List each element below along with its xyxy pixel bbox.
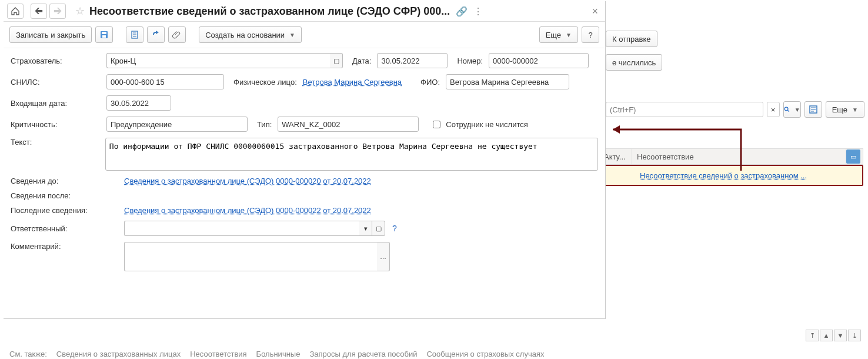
more-label: Еще xyxy=(546,31,561,39)
home-icon xyxy=(11,6,20,16)
snils-input[interactable] xyxy=(106,74,224,89)
snils-label: СНИЛС: xyxy=(11,78,102,87)
text-label: Текст: xyxy=(11,138,101,147)
comment-expand[interactable]: … xyxy=(377,242,390,271)
bg-table-header: Акту... Несоответствие ▭ xyxy=(599,148,863,165)
link-icon[interactable]: 🔗 xyxy=(456,5,468,17)
footer-link-3[interactable]: Запросы для расчета пособий xyxy=(309,350,417,358)
page-up[interactable]: ▲ xyxy=(820,330,833,341)
bg-not-listed-button[interactable]: е числились xyxy=(606,54,662,71)
home-button[interactable] xyxy=(7,4,24,19)
help-button[interactable]: ? xyxy=(582,26,599,43)
type-label: Тип: xyxy=(257,120,272,129)
titlebar: 🡰 🡲 ☆ Несоответствие сведений о застрахо… xyxy=(4,1,605,22)
svg-rect-8 xyxy=(102,35,106,38)
bg-report-button[interactable] xyxy=(804,101,822,118)
favorite-star-icon[interactable]: ☆ xyxy=(73,5,87,18)
create-based-button[interactable]: Создать на основании▼ xyxy=(199,26,302,43)
responsible-help-icon[interactable]: ? xyxy=(392,224,397,233)
bg-more-label: Еще xyxy=(832,105,847,114)
responsible-open[interactable]: ▢ xyxy=(372,221,385,236)
date-label: Дата: xyxy=(352,56,371,65)
save-close-button[interactable]: Записать и закрыть xyxy=(9,26,92,43)
criticality-label: Критичность: xyxy=(11,120,102,129)
svg-rect-7 xyxy=(102,32,106,34)
after-label: Сведения после: xyxy=(11,191,119,200)
insurer-label: Страхователь: xyxy=(11,56,102,65)
bg-search-clear[interactable]: × xyxy=(767,102,780,117)
list-icon xyxy=(130,30,139,39)
action-button[interactable] xyxy=(147,26,165,43)
bg-search-input[interactable] xyxy=(606,102,763,117)
employee-absent-label: Сотрудник не числится xyxy=(446,120,528,129)
type-input[interactable] xyxy=(278,117,419,132)
incoming-date-label: Входящая дата: xyxy=(11,99,102,108)
page-down[interactable]: ▼ xyxy=(834,330,847,341)
save-button[interactable] xyxy=(95,26,113,43)
arrow-action-icon xyxy=(151,30,161,39)
bg-row-link[interactable]: Несоответствие сведений о застрахованном… xyxy=(640,171,807,180)
page-first[interactable]: ⤒ xyxy=(806,330,819,341)
dialog-window: 🡰 🡲 ☆ Несоответствие сведений о застрахо… xyxy=(4,1,606,319)
forward-button[interactable]: 🡲 xyxy=(49,4,66,19)
last-label: Последние сведения: xyxy=(11,206,119,215)
employee-absent-checkbox[interactable] xyxy=(433,121,440,128)
insurer-input[interactable] xyxy=(106,53,330,68)
footer-link-1[interactable]: Несоответствия xyxy=(190,350,246,358)
footer-label: См. также: xyxy=(9,350,47,358)
more-button[interactable]: Еще▼ xyxy=(539,26,578,43)
text-textarea[interactable] xyxy=(105,138,598,171)
kebab-menu-icon[interactable]: ⋮ xyxy=(472,5,484,17)
report-icon xyxy=(809,105,818,114)
insurer-open-button[interactable]: ▢ xyxy=(330,53,343,68)
before-label: Сведения до: xyxy=(11,177,119,185)
before-link[interactable]: Сведения о застрахованном лице (СЭДО) 00… xyxy=(124,177,371,185)
window-title: Несоответствие сведений о застрахованном… xyxy=(89,5,450,18)
bg-to-send-button[interactable]: К отправке xyxy=(606,31,657,47)
date-input[interactable] xyxy=(377,53,448,68)
close-button[interactable]: × xyxy=(588,5,602,18)
bg-th-mismatch[interactable]: Несоответствие xyxy=(632,149,846,164)
list-button[interactable] xyxy=(126,26,143,43)
fio-label: ФИО: xyxy=(420,78,440,87)
comment-label: Комментарий: xyxy=(11,242,119,251)
bg-not-listed-label: е числились xyxy=(612,58,656,67)
footer-link-0[interactable]: Сведения о застрахованных лицах xyxy=(56,350,181,358)
responsible-input[interactable] xyxy=(124,221,359,236)
fio-input[interactable] xyxy=(446,74,569,89)
last-link[interactable]: Сведения о застрахованном лице (СЭДО) 00… xyxy=(124,206,371,215)
footer-links: См. также: Сведения о застрахованных лиц… xyxy=(9,350,544,358)
svg-line-1 xyxy=(787,110,789,112)
save-icon xyxy=(99,30,109,39)
bg-more-button[interactable]: Еще▼ xyxy=(826,101,864,118)
responsible-dropdown[interactable]: ▾ xyxy=(359,221,372,236)
svg-point-0 xyxy=(784,107,788,111)
bg-to-send-label: К отправке xyxy=(612,35,651,44)
create-based-label: Создать на основании xyxy=(205,31,285,39)
paging-controls: ⤒ ▲ ▼ ⤓ xyxy=(806,330,861,341)
back-button[interactable]: 🡰 xyxy=(31,4,47,19)
attach-button[interactable] xyxy=(168,26,186,43)
person-label: Физическое лицо: xyxy=(233,78,297,87)
paperclip-icon xyxy=(172,30,182,39)
search-icon xyxy=(784,105,790,114)
bg-search-button[interactable]: ▼ xyxy=(783,101,801,118)
toolbar: Записать и закрыть Создать на основании▼… xyxy=(4,22,605,48)
card-icon[interactable]: ▭ xyxy=(846,149,860,164)
criticality-input[interactable] xyxy=(106,117,248,132)
person-link[interactable]: Ветрова Марина Сергеевна xyxy=(303,78,402,87)
number-label: Номер: xyxy=(457,56,483,65)
bg-table-row[interactable]: Несоответствие сведений о застрахованном… xyxy=(599,165,863,186)
responsible-label: Ответственный: xyxy=(11,224,119,233)
page-last[interactable]: ⤓ xyxy=(848,330,861,341)
comment-textarea[interactable] xyxy=(124,242,377,271)
help-label: ? xyxy=(588,31,592,39)
footer-link-4[interactable]: Сообщения о страховых случаях xyxy=(426,350,544,358)
incoming-date-input[interactable] xyxy=(106,95,171,111)
footer-link-2[interactable]: Больничные xyxy=(256,350,301,358)
number-input[interactable] xyxy=(489,53,589,68)
save-close-label: Записать и закрыть xyxy=(16,31,85,39)
